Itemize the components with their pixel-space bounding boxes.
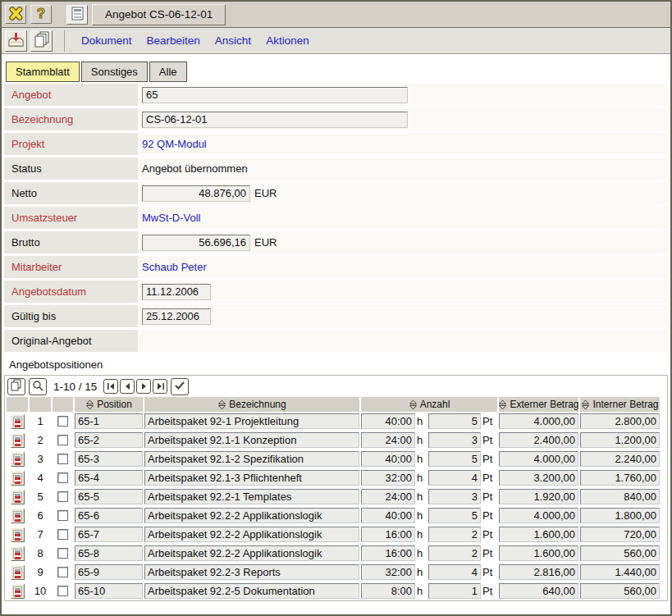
copy-button[interactable] — [30, 30, 53, 52]
amount-input[interactable]: 48.876,00 — [142, 185, 250, 202]
hours-input[interactable]: 40:00 — [361, 508, 415, 523]
interner-betrag-input[interactable]: 720,00 — [580, 527, 660, 542]
position-input[interactable]: 65-2 — [75, 432, 143, 448]
menu-item[interactable]: Dokument — [81, 34, 132, 47]
externer-betrag-input[interactable]: 4.000,00 — [499, 508, 578, 523]
hours-input[interactable]: 24:00 — [361, 489, 415, 504]
interner-betrag-input[interactable]: 2.240,00 — [580, 451, 660, 467]
position-input[interactable]: 65-8 — [75, 545, 143, 561]
next-page-button[interactable] — [136, 379, 151, 394]
persontage-input[interactable]: 1 — [428, 583, 481, 599]
row-select-checkbox[interactable] — [57, 491, 68, 502]
persontage-input[interactable]: 5 — [428, 413, 481, 429]
search-rows-button[interactable] — [29, 378, 47, 395]
hours-input[interactable]: 8:00 — [361, 583, 415, 599]
sort-icon[interactable] — [85, 399, 94, 410]
text-input[interactable]: CS-06-12-01 — [142, 112, 408, 128]
hours-input[interactable]: 32:00 — [361, 564, 415, 580]
persontage-input[interactable]: 5 — [428, 508, 481, 523]
copy-rows-button[interactable] — [7, 378, 25, 395]
position-input[interactable]: 65-5 — [75, 489, 143, 504]
position-item-icon[interactable] — [11, 509, 25, 523]
position-input[interactable]: 65-10 — [75, 583, 143, 599]
externer-betrag-input[interactable]: 1.920,00 — [499, 489, 578, 504]
date-input[interactable]: 11.12.2006 — [142, 284, 211, 300]
position-item-icon[interactable] — [11, 490, 25, 504]
externer-betrag-input[interactable]: 1.600,00 — [499, 545, 578, 561]
bezeichnung-input[interactable]: Arbeitspaket 92.2-3 Reports — [144, 564, 359, 580]
value-link[interactable]: MwSt-D-Voll — [142, 212, 201, 224]
bezeichnung-input[interactable]: Arbeitspaket 92.2-5 Dokumentation — [144, 583, 359, 599]
position-item-icon[interactable] — [11, 584, 25, 599]
hours-input[interactable]: 24:00 — [361, 432, 415, 448]
bezeichnung-input[interactable]: Arbeitspaket 92.1-3 Pflichtenheft — [144, 470, 359, 486]
hours-input[interactable]: 32:00 — [361, 470, 415, 486]
row-select-checkbox[interactable] — [57, 510, 68, 521]
externer-betrag-input[interactable]: 3.200,00 — [499, 470, 578, 486]
persontage-input[interactable]: 2 — [428, 527, 481, 542]
persontage-input[interactable]: 3 — [428, 432, 481, 448]
hours-input[interactable]: 40:00 — [361, 413, 415, 429]
tab[interactable]: Sonstiges — [81, 62, 148, 82]
row-select-checkbox[interactable] — [57, 454, 68, 464]
amount-input[interactable]: 56.696,16 — [142, 235, 250, 251]
value-link[interactable]: Schaub Peter — [142, 261, 207, 273]
position-input[interactable]: 65-1 — [75, 413, 143, 429]
select-all-button[interactable] — [171, 378, 189, 395]
row-select-checkbox[interactable] — [57, 529, 68, 540]
externer-betrag-input[interactable]: 4.000,00 — [499, 451, 578, 467]
header-bezeichnung[interactable]: Bezeichnung — [144, 397, 359, 412]
row-select-checkbox[interactable] — [57, 435, 68, 445]
menu-item[interactable]: Ansicht — [215, 34, 251, 47]
row-select-checkbox[interactable] — [57, 548, 68, 559]
hours-input[interactable]: 40:00 — [361, 451, 415, 467]
prev-page-button[interactable] — [120, 379, 135, 394]
first-page-button[interactable] — [103, 379, 118, 394]
help-button[interactable]: ? — [30, 5, 52, 24]
bezeichnung-input[interactable]: Arbeitspaket 92.1-2 Spezifikation — [144, 451, 359, 467]
bezeichnung-input[interactable]: Arbeitspaket 92.1-1 Konzeption — [144, 432, 359, 448]
position-item-icon[interactable] — [11, 565, 25, 580]
bezeichnung-input[interactable]: Arbeitspaket 92-1 Projektleitung — [144, 413, 359, 429]
row-select-checkbox[interactable] — [57, 416, 68, 427]
header-externer-betrag[interactable]: Externer Betrag — [499, 397, 578, 412]
tab[interactable]: Alle — [149, 62, 187, 82]
menu-item[interactable]: Aktionen — [266, 34, 309, 47]
persontage-input[interactable]: 5 — [428, 451, 481, 467]
externer-betrag-input[interactable]: 2.816,00 — [499, 564, 578, 580]
header-position[interactable]: Position — [75, 397, 143, 412]
position-input[interactable]: 65-3 — [75, 451, 143, 467]
header-anzahl[interactable]: Anzahl — [361, 397, 497, 412]
bezeichnung-input[interactable]: Arbeitspaket 92.2-2 Applikationslogik — [144, 508, 359, 523]
last-page-button[interactable] — [153, 379, 167, 394]
hours-input[interactable]: 16:00 — [361, 527, 415, 542]
persontage-input[interactable]: 3 — [428, 489, 481, 504]
interner-betrag-input[interactable]: 1.200,00 — [580, 432, 660, 448]
bezeichnung-input[interactable]: Arbeitspaket 92.2-1 Templates — [144, 489, 359, 504]
position-item-icon[interactable] — [11, 527, 25, 542]
bezeichnung-input[interactable]: Arbeitspaket 92.2-2 Applikationslogik — [144, 545, 359, 561]
interner-betrag-input[interactable]: 840,00 — [580, 489, 660, 504]
value-link[interactable]: 92 QM-Modul — [142, 138, 207, 150]
save-button[interactable] — [5, 30, 27, 52]
text-input[interactable]: 65 — [142, 87, 408, 103]
interner-betrag-input[interactable]: 1.760,00 — [580, 470, 660, 486]
hours-input[interactable]: 16:00 — [361, 545, 415, 561]
persontage-input[interactable]: 4 — [428, 470, 481, 486]
sort-icon[interactable] — [581, 399, 590, 410]
position-input[interactable]: 65-6 — [75, 508, 143, 523]
date-input[interactable]: 25.12.2006 — [142, 308, 211, 325]
externer-betrag-input[interactable]: 2.400,00 — [499, 432, 578, 448]
sort-icon[interactable] — [409, 399, 418, 410]
tab[interactable]: Stammblatt — [6, 62, 80, 82]
row-select-checkbox[interactable] — [57, 472, 68, 483]
position-item-icon[interactable] — [11, 546, 25, 561]
position-input[interactable]: 65-9 — [75, 564, 143, 580]
row-select-checkbox[interactable] — [57, 586, 68, 596]
persontage-input[interactable]: 2 — [428, 545, 481, 561]
bezeichnung-input[interactable]: Arbeitspaket 92.2-2 Applikationslogik — [144, 527, 359, 542]
interner-betrag-input[interactable]: 1.440,00 — [580, 564, 660, 580]
interner-betrag-input[interactable]: 560,00 — [580, 583, 660, 599]
position-input[interactable]: 65-4 — [75, 470, 143, 486]
position-item-icon[interactable] — [11, 452, 25, 467]
